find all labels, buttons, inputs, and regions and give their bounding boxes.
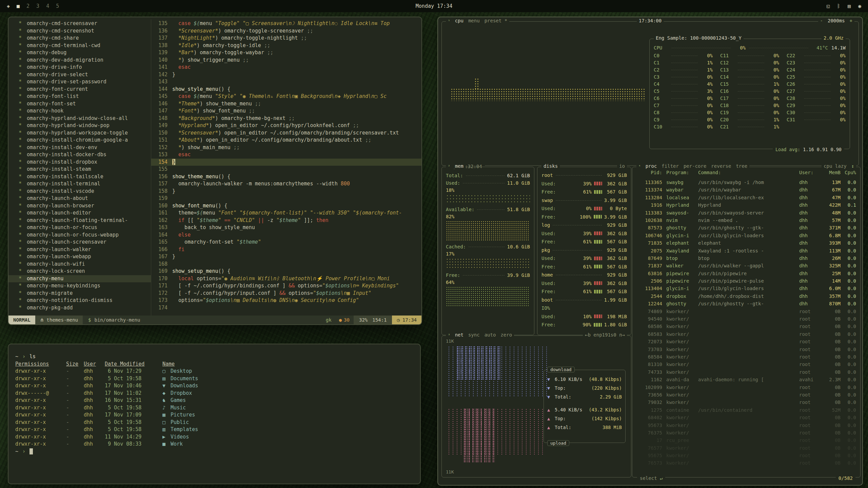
file-item[interactable]: *omarchy-install-vscode xyxy=(8,188,151,195)
code-line[interactable]: 161 theme=$(menu "Font" "$(omarchy-font-… xyxy=(151,209,421,217)
process-row[interactable]: 87573ghostty/usr/bin/ghostty --gtk-dhh37… xyxy=(636,224,856,231)
workspace-button[interactable]: 3 xyxy=(36,3,39,9)
file-item[interactable]: *omarchy-install-dev-env xyxy=(8,144,151,151)
process-row[interactable]: 71837walker/usr/bin/walker --gappldhh325… xyxy=(636,262,856,269)
file-item[interactable]: *omarchy-cmd-screensaver xyxy=(8,20,151,27)
process-row[interactable]: 113374waybar/usr/bin/waybardhh67M0.0 xyxy=(636,186,856,194)
net-mode-tab[interactable]: auto xyxy=(485,332,496,338)
process-row[interactable]: 79032kworker/root0B0.0 xyxy=(636,399,856,406)
file-item[interactable]: *omarchy-pkg-add xyxy=(8,304,151,312)
screencast-icon[interactable]: ◱ xyxy=(827,3,830,9)
code-line[interactable]: 168 xyxy=(151,261,421,268)
file-item[interactable]: *omarchy-install-dropbox xyxy=(8,159,151,166)
process-row[interactable]: 95675kworker/root0B0.0 xyxy=(636,452,856,459)
process-row[interactable]: 106746glycin-i/usr/lib/glycin-loadersdhh… xyxy=(636,232,856,239)
code-editor[interactable]: 135 case $(menu "Toggle" "▢ Screensaver\… xyxy=(151,19,421,316)
process-row[interactable]: 74733kworker/root0B0.0 xyxy=(636,368,856,376)
file-item[interactable]: *omarchy-font-set xyxy=(8,100,151,108)
workspace-button[interactable]: 2 xyxy=(26,3,29,9)
cpu-menu-tab[interactable]: menu xyxy=(468,18,480,23)
process-row[interactable]: 73656kworker/root0B0.0 xyxy=(636,391,856,399)
code-line[interactable]: 151 *About*) open_in_editor ~/.config/om… xyxy=(151,137,421,144)
process-row[interactable]: 113404glycin-i/usr/lib/glycin-loadersdhh… xyxy=(636,285,856,292)
code-line[interactable]: 158} xyxy=(151,188,421,195)
code-line[interactable]: 157 omarchy-launch-walker -m menus:omarc… xyxy=(151,180,421,188)
proc-option-tab[interactable]: reverse xyxy=(711,163,731,169)
code-line[interactable]: 140 *) show_trigger_menu ;; xyxy=(151,57,421,64)
process-row[interactable]: 1162avahi-daavahi-daemon: running [avahi… xyxy=(636,376,856,383)
file-item[interactable]: *omarchy-hook xyxy=(8,107,151,115)
code-line[interactable]: 136 *Screensaver*) omarchy-toggle-screen… xyxy=(151,27,421,35)
file-item[interactable]: *omarchy-launch-browser xyxy=(8,202,151,210)
process-row[interactable]: 2075XwaylandXwayland :1 -rootless -dhh11… xyxy=(636,247,856,255)
code-line[interactable]: 152 *) show_main_menu ;; xyxy=(151,144,421,151)
code-line[interactable]: 167} xyxy=(151,253,421,261)
process-row[interactable]: 1916HyprlandHyprlanddhh422M0.1 xyxy=(636,201,856,209)
file-item[interactable]: *omarchy-drive-select xyxy=(8,71,151,79)
terminal-window[interactable]: ~ › ls PermissionsSizeUserDate ModifiedN… xyxy=(8,344,421,484)
sort-selector[interactable]: cpu lazy xyxy=(824,163,846,169)
code-line[interactable]: 143 xyxy=(151,78,421,86)
file-item[interactable]: *omarchy-install-chromium-google-a xyxy=(8,137,151,144)
process-row[interactable]: 113383swayosd-/usr/bin/swayosd-serverdhh… xyxy=(636,209,856,217)
net-box-title[interactable]: net xyxy=(455,332,463,338)
code-line[interactable]: 163 back_to show_style_menu xyxy=(151,224,421,231)
file-item[interactable]: *omarchy-cmd-screenshot xyxy=(8,27,151,35)
cpu-menu-tab[interactable]: preset * xyxy=(485,18,507,23)
net-interface-selector[interactable]: ←b enp191s0 n→ xyxy=(585,332,625,338)
code-line[interactable]: 171 [ -f ~/.config/hypr/bindings.conf ] … xyxy=(151,282,421,290)
net-mode-tab[interactable]: sync xyxy=(468,332,480,338)
file-item[interactable]: *omarchy-launch-or-focus xyxy=(8,224,151,231)
code-line[interactable]: 142} xyxy=(151,71,421,79)
code-line[interactable]: 149 *Hyprland*) open_in_editor ~/.config… xyxy=(151,122,421,129)
file-item[interactable]: *omarchy-install-docker-dbs xyxy=(8,151,151,159)
file-item[interactable]: *omarchy-lock-screen xyxy=(8,268,151,275)
file-item[interactable]: *omarchy-launch-about xyxy=(8,195,151,202)
process-table-header[interactable]: Pid:Program:Command:User:MemBCpu% xyxy=(636,170,856,175)
file-item[interactable]: *omarchy-install-terminal xyxy=(8,180,151,188)
file-item[interactable]: *omarchy-launch-floating-terminal- xyxy=(8,217,151,224)
process-row[interactable]: 68402kworker/root0B0.0 xyxy=(636,414,856,421)
refresh-increase-button[interactable]: + xyxy=(850,18,852,23)
file-item[interactable]: *omarchy-install-steam xyxy=(8,166,151,173)
code-line[interactable]: 169show_setup_menu() { xyxy=(151,268,421,275)
code-line[interactable]: 141 esac xyxy=(151,64,421,71)
code-line[interactable]: 147 *Font*) show_font_menu ;; xyxy=(151,107,421,115)
proc-option-tab[interactable]: tree xyxy=(736,163,747,169)
file-item[interactable]: *omarchy-cmd-share xyxy=(8,35,151,42)
file-item[interactable]: *omarchy-install-tailscale xyxy=(8,173,151,181)
workspace-button[interactable]: 4 xyxy=(46,3,49,9)
file-item[interactable]: *omarchy-drive-info xyxy=(8,64,151,71)
process-row[interactable]: 74869kworker/root0B0.0 xyxy=(636,308,856,315)
code-line[interactable]: 170 local options="◉ Audio\n≋ Wifi\nᛒ Bl… xyxy=(151,275,421,283)
process-row[interactable]: 63816pipewire/usr/bin/pipewiredhh25M0.0 xyxy=(636,270,856,277)
workspace-active-indicator[interactable]: ■ xyxy=(17,3,20,9)
process-row[interactable]: 2544dropbox/home/dhh/.dropbox-distdhh357… xyxy=(636,292,856,300)
code-line[interactable]: 139 *Bar*) omarchy-toggle-waybar ;; xyxy=(151,49,421,57)
code-line[interactable]: 174 xyxy=(151,304,421,312)
process-row[interactable]: 113365swaybg/usr/bin/swaybg -i /homdhh13… xyxy=(636,179,856,186)
file-item[interactable]: *omarchy-font-current xyxy=(8,86,151,93)
process-row[interactable]: 68584kworker/root0B0.0 xyxy=(636,353,856,361)
process-row[interactable]: 2506pipewire/usr/bin/pipewire-pulsedhh14… xyxy=(636,277,856,285)
launcher-icon[interactable]: ◈ xyxy=(7,3,10,9)
file-item[interactable]: *omarchy-drive-set-password xyxy=(8,78,151,86)
sort-arrow-icon[interactable]: ↕ xyxy=(851,163,854,169)
process-row[interactable]: 71835elephantelephantdhh393M0.0 xyxy=(636,239,856,247)
proc-option-tab[interactable]: filter xyxy=(662,163,679,169)
code-line[interactable]: 162 if [[ "$theme" == "CNCLD" || -z "$th… xyxy=(151,217,421,224)
file-item[interactable]: *omarchy-debug xyxy=(8,49,151,57)
file-item[interactable]: *omarchy-migrate xyxy=(8,290,151,297)
code-line[interactable]: 138 *Idle*) omarchy-toggle-idle ;; xyxy=(151,42,421,49)
code-line[interactable]: 137 *NightLight*) omarchy-toggle-nightli… xyxy=(151,35,421,42)
file-item[interactable]: *omarchy-hyprland-workspace-toggle xyxy=(8,129,151,137)
file-item[interactable]: *omarchy-menu xyxy=(8,275,151,283)
process-row[interactable]: 81310kworker/root0B0.0 xyxy=(636,361,856,368)
file-item[interactable]: *omarchy-launch-screensaver xyxy=(8,239,151,246)
process-row[interactable]: 95673kworker/root0B0.0 xyxy=(636,422,856,429)
refresh-decrease-button[interactable]: - xyxy=(820,18,823,23)
code-line[interactable]: 154} xyxy=(151,159,421,166)
code-line[interactable]: 173 options="$options\n▤ Defaults\n◍ DNS… xyxy=(151,297,421,304)
code-line[interactable]: 148 *Background*) omarchy-theme-bg-next … xyxy=(151,115,421,122)
code-line[interactable]: 155 xyxy=(151,166,421,173)
